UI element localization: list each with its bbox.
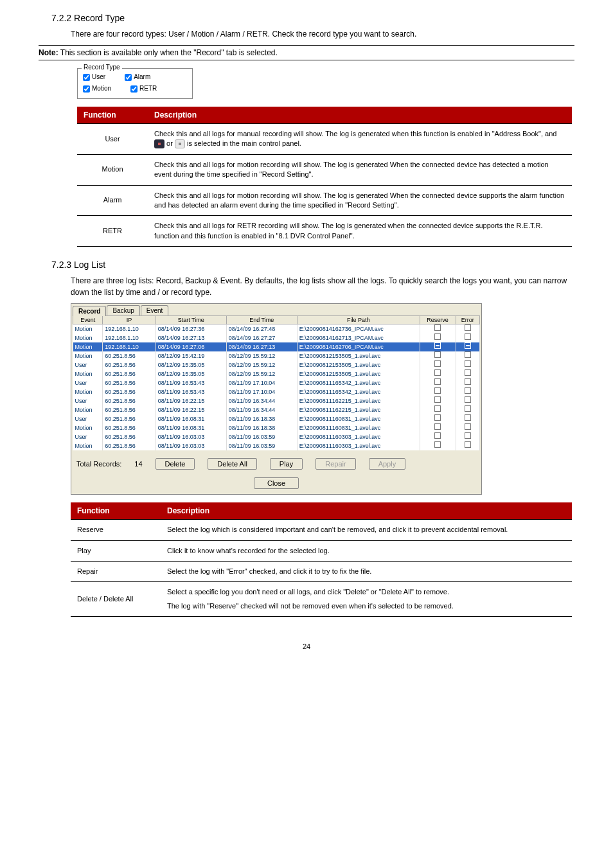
log-cell-error[interactable] (456, 378, 479, 387)
log-cell-error[interactable] (456, 324, 479, 334)
section-722-intro: There are four record types: User / Moti… (71, 28, 574, 40)
log-cell-error[interactable] (456, 405, 479, 414)
log-row[interactable]: Motion192.168.1.1008/14/09 16:27:1308/14… (73, 333, 480, 342)
log-cell-reserve[interactable] (420, 423, 456, 432)
delete-button[interactable]: Delete (155, 458, 195, 470)
log-cell-reserve[interactable] (420, 351, 456, 360)
log-cell-end: 08/12/09 15:59:12 (226, 369, 297, 378)
log-cell-reserve[interactable] (420, 414, 456, 423)
checkbox-motion[interactable]: Motion (83, 83, 111, 94)
log-cell-event: User (73, 414, 103, 423)
play-button[interactable]: Play (270, 458, 303, 470)
log-row[interactable]: User60.251.8.5608/11/09 16:08:3108/11/09… (73, 414, 480, 423)
apply-button[interactable]: Apply (369, 458, 406, 470)
table-row: Play Click it to know what's recorded fo… (71, 540, 572, 561)
log-cell-start: 08/14/09 16:27:36 (155, 324, 226, 334)
delete-all-button[interactable]: Delete All (208, 458, 256, 470)
log-cell-ip: 60.251.8.56 (103, 387, 155, 396)
checkbox-alarm-input[interactable] (125, 74, 132, 81)
log-cell-event: Motion (73, 405, 103, 414)
checkbox-retr-input[interactable] (130, 85, 138, 93)
log-cell-end: 08/14/09 16:27:48 (226, 324, 297, 334)
log-cell-error[interactable] (456, 387, 479, 396)
lh-end[interactable]: End Time (226, 316, 297, 324)
function-table-2: Function Description Reserve Select the … (71, 502, 572, 617)
log-cell-reserve[interactable] (420, 369, 456, 378)
lh-start[interactable]: Start Time (155, 316, 226, 324)
table-row: Motion Check this and all logs for motio… (77, 154, 572, 185)
lh-ip[interactable]: IP (103, 316, 155, 324)
log-row[interactable]: Motion60.251.8.5608/12/09 15:42:1908/12/… (73, 351, 480, 360)
log-row[interactable]: Motion60.251.8.5608/11/09 16:53:4308/11/… (73, 387, 480, 396)
t2-fn-play: Play (71, 540, 161, 561)
table-row: Delete / Delete All Select a specific lo… (71, 582, 572, 617)
table-row: User Check this and all logs for manual … (77, 124, 572, 155)
checkbox-alarm[interactable]: Alarm (125, 71, 150, 83)
note-text: This section is available only when the … (60, 48, 278, 57)
log-cell-reserve[interactable] (420, 360, 456, 369)
log-cell-error[interactable] (456, 396, 479, 405)
log-row[interactable]: User60.251.8.5608/11/09 16:22:1508/11/09… (73, 396, 480, 405)
tab-event[interactable]: Event (141, 305, 169, 315)
log-cell-error[interactable] (456, 342, 479, 351)
log-row[interactable]: Motion192.168.1.1008/14/09 16:27:3608/14… (73, 324, 480, 334)
checkbox-motion-input[interactable] (83, 85, 90, 93)
log-cell-end: 08/11/09 17:10:04 (226, 378, 297, 387)
lh-path[interactable]: File Path (297, 316, 420, 324)
log-cell-ip: 192.168.1.10 (103, 342, 155, 351)
log-cell-reserve[interactable] (420, 396, 456, 405)
log-cell-start: 08/11/09 16:22:15 (155, 405, 226, 414)
repair-button[interactable]: Repair (315, 458, 355, 470)
log-cell-error[interactable] (456, 351, 479, 360)
log-cell-path: E:\20090811160303_1.avel.avc (297, 441, 420, 450)
log-row[interactable]: Motion60.251.8.5608/11/09 16:08:3108/11/… (73, 423, 480, 432)
lh-event[interactable]: Event (73, 316, 103, 324)
checkbox-user-input[interactable] (83, 74, 90, 81)
log-cell-end: 08/11/09 17:10:04 (226, 387, 297, 396)
log-cell-error[interactable] (456, 369, 479, 378)
log-row[interactable]: Motion60.251.8.5608/11/09 16:03:0308/11/… (73, 441, 480, 450)
log-cell-reserve[interactable] (420, 432, 456, 441)
log-cell-reserve[interactable] (420, 333, 456, 342)
t1-fn-user: User (77, 124, 148, 155)
log-cell-error[interactable] (456, 360, 479, 369)
log-cell-path: E:\20090812153505_1.avel.avc (297, 351, 420, 360)
log-row[interactable]: Motion192.168.1.1008/14/09 16:27:0608/14… (73, 342, 480, 351)
log-cell-end: 08/11/09 16:03:59 (226, 432, 297, 441)
log-cell-reserve[interactable] (420, 378, 456, 387)
tab-record[interactable]: Record (73, 306, 106, 316)
log-cell-ip: 60.251.8.56 (103, 369, 155, 378)
log-row[interactable]: User60.251.8.5608/12/09 15:35:0508/12/09… (73, 360, 480, 369)
close-button[interactable]: Close (254, 477, 299, 489)
log-cell-reserve[interactable] (420, 405, 456, 414)
lh-error[interactable]: Error (456, 316, 479, 324)
log-row[interactable]: Motion60.251.8.5608/11/09 16:22:1508/11/… (73, 405, 480, 414)
log-cell-ip: 60.251.8.56 (103, 360, 155, 369)
log-cell-path: E:\20090811165342_1.avel.avc (297, 378, 420, 387)
log-cell-error[interactable] (456, 333, 479, 342)
tab-backup[interactable]: Backup (107, 305, 139, 315)
log-cell-event: Motion (73, 324, 103, 334)
log-cell-path: E:\20090811165342_1.avel.avc (297, 387, 420, 396)
log-row[interactable]: User60.251.8.5608/11/09 16:53:4308/11/09… (73, 378, 480, 387)
log-cell-end: 08/12/09 15:59:12 (226, 360, 297, 369)
log-row[interactable]: User60.251.8.5608/11/09 16:03:0308/11/09… (73, 432, 480, 441)
log-cell-start: 08/11/09 16:53:43 (155, 378, 226, 387)
log-cell-error[interactable] (456, 414, 479, 423)
t2-desc-reserve: Select the log which is considered impor… (161, 520, 572, 540)
log-cell-error[interactable] (456, 441, 479, 450)
log-cell-reserve[interactable] (420, 441, 456, 450)
log-cell-reserve[interactable] (420, 387, 456, 396)
checkbox-user[interactable]: User (83, 71, 105, 83)
log-cell-error[interactable] (456, 432, 479, 441)
log-cell-error[interactable] (456, 423, 479, 432)
log-cell-path: E:\20090814162713_IPCAM.avc (297, 333, 420, 342)
t1-desc-alarm: Check this and all logs for motion recor… (148, 185, 572, 216)
log-cell-event: Motion (73, 351, 103, 360)
log-cell-reserve[interactable] (420, 324, 456, 334)
lh-reserve[interactable]: Reserve (420, 316, 456, 324)
log-row[interactable]: Motion60.251.8.5608/12/09 15:35:0508/12/… (73, 369, 480, 378)
log-cell-ip: 60.251.8.56 (103, 423, 155, 432)
log-cell-reserve[interactable] (420, 342, 456, 351)
checkbox-retr[interactable]: RETR (130, 83, 157, 94)
